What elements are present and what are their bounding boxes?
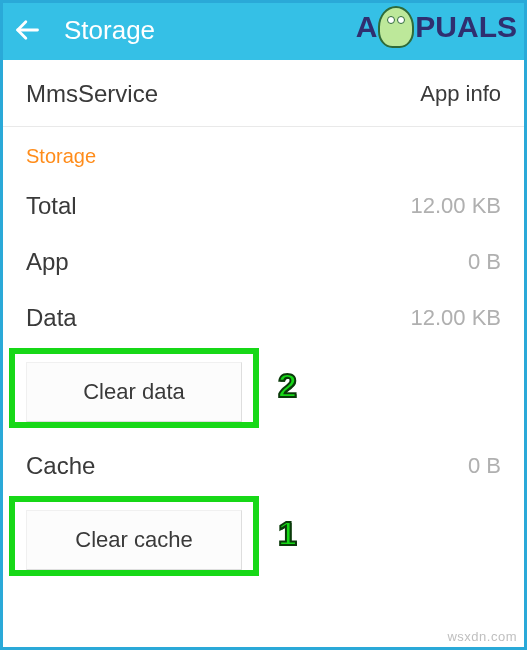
page-title: Storage bbox=[64, 15, 155, 46]
cache-label: Cache bbox=[26, 452, 95, 480]
data-label: Data bbox=[26, 304, 77, 332]
watermark: wsxdn.com bbox=[447, 629, 517, 644]
app-info-label: App info bbox=[420, 81, 501, 107]
total-value: 12.00 KB bbox=[410, 193, 501, 219]
app-size-label: App bbox=[26, 248, 69, 276]
annotation-badge-1: 1 bbox=[278, 514, 297, 553]
annotation-badge-2: 2 bbox=[278, 366, 297, 405]
mascot-icon bbox=[378, 6, 414, 48]
row-total: Total 12.00 KB bbox=[0, 178, 527, 234]
logo-text-suffix: PUALS bbox=[415, 10, 517, 44]
clear-data-area: 2 Clear data bbox=[0, 346, 527, 438]
row-cache: Cache 0 B bbox=[0, 438, 527, 494]
total-label: Total bbox=[26, 192, 77, 220]
appuals-logo: A PUALS bbox=[356, 6, 517, 48]
app-size-value: 0 B bbox=[468, 249, 501, 275]
data-value: 12.00 KB bbox=[410, 305, 501, 331]
cache-value: 0 B bbox=[468, 453, 501, 479]
section-header-storage: Storage bbox=[0, 127, 527, 178]
app-info-row: MmsService App info bbox=[0, 60, 527, 127]
clear-cache-area: 1 Clear cache bbox=[0, 494, 527, 586]
app-name: MmsService bbox=[26, 80, 158, 108]
clear-cache-button[interactable]: Clear cache bbox=[26, 510, 242, 570]
clear-data-button[interactable]: Clear data bbox=[26, 362, 242, 422]
back-icon[interactable] bbox=[10, 13, 44, 47]
logo-text-prefix: A bbox=[356, 10, 378, 44]
row-data: Data 12.00 KB bbox=[0, 290, 527, 346]
row-app: App 0 B bbox=[0, 234, 527, 290]
